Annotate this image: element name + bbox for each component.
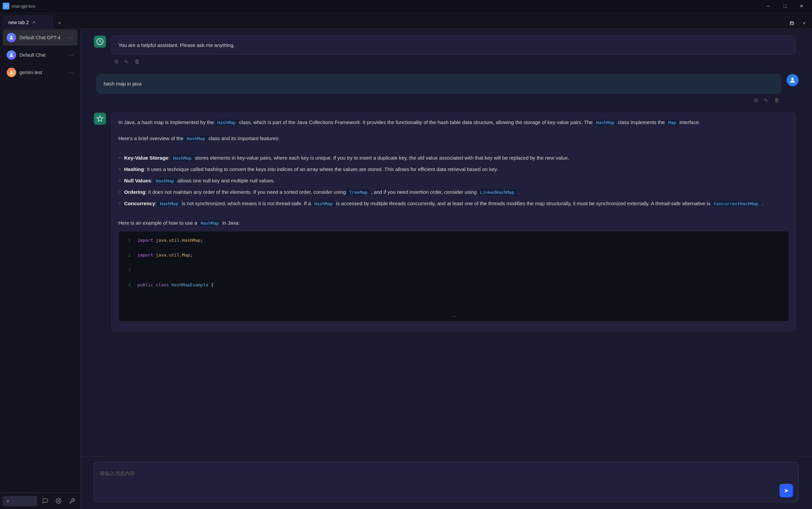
add-icon: + (7, 499, 9, 504)
sidebar-item-more-icon[interactable]: ⋯ (68, 69, 73, 76)
system-message-content: You are a helpful assistant. Please ask … (111, 36, 796, 66)
linkedhashmap-code: LinkedHashMap (478, 190, 516, 195)
gpt-avatar-2 (94, 113, 106, 125)
add-chat-button[interactable]: + (3, 496, 37, 506)
tabbar-right-controls: ▾ (786, 18, 809, 29)
bullet-2: ○ (118, 166, 121, 172)
chat-area: You are a helpful assistant. Please ask … (80, 29, 812, 509)
assistant-message-content: In Java, a hash map is implemented by th… (111, 113, 796, 331)
close-button[interactable]: ✕ (794, 0, 809, 12)
sidebar-item-default-chat-gpt4[interactable]: Default Chat GPT-4 ⋯ (3, 30, 77, 45)
system-message-bubble: You are a helpful assistant. Please ask … (111, 36, 796, 55)
sidebar-bottom: + (0, 493, 80, 509)
edit-icon[interactable]: ✎ (762, 96, 770, 105)
concurrenthashmap-code: ConcurrentHashMap (712, 201, 761, 207)
app-title: chat-gpt-box (11, 4, 761, 9)
feature-text-5: Concurrency: HashMap is not synchronized… (124, 200, 763, 208)
avatar-default-chat-gpt4 (7, 33, 16, 42)
new-tab-button[interactable]: + (54, 18, 65, 29)
feature-text-1: Key-Value Storage: HashMap stores elemen… (124, 154, 569, 162)
user-avatar (786, 74, 799, 86)
sidebar-item-default-chat[interactable]: Default Chat ⋯ (3, 47, 77, 63)
save-icon[interactable] (786, 18, 797, 29)
hashmap-kv: HashMap (171, 155, 193, 161)
delete-icon[interactable]: 🗑 (772, 96, 781, 105)
copy-icon[interactable]: ⧉ (113, 58, 120, 66)
gpt-avatar (94, 36, 106, 47)
sidebar-item-more-icon[interactable]: ⋯ (68, 35, 73, 41)
sidebar-item-label: Default Chat (20, 52, 65, 58)
hashmap-code-1: HashMap (215, 120, 238, 126)
treemap-code: TreeMap (347, 190, 370, 195)
sidebar-item-gemini-test[interactable]: gemini test ⋯ (3, 64, 77, 80)
code-pre: 1import java.util.HashMap; 2import java.… (119, 231, 788, 309)
feature-concurrency: ○ Concurrency: HashMap is not synchroniz… (118, 200, 789, 208)
line-content-1: import java.util.HashMap; (137, 237, 783, 244)
code-line-1: 1import java.util.HashMap; (124, 237, 783, 244)
feature-ordering: ○ Ordering: It does not maintain any ord… (118, 188, 789, 196)
titlebar: G chat-gpt-box ─ □ ✕ (0, 0, 812, 12)
tab-new-tab-2[interactable]: new tab 2 ✕ (3, 16, 53, 29)
settings-icon[interactable] (53, 496, 64, 506)
hashmap-conc-2: HashMap (312, 201, 334, 207)
bullet-5: ○ (118, 200, 121, 207)
line-num-1: 1 (124, 237, 131, 244)
send-button[interactable]: ➤ (779, 484, 793, 497)
system-message-text: You are a helpful assistant. Please ask … (118, 42, 235, 48)
avatar-default-chat (7, 50, 16, 60)
sidebar: Default Chat GPT-4 ⋯ Default Chat ⋯ gemi… (0, 29, 80, 509)
code-line-3: 3 (124, 266, 783, 274)
sidebar-item-label: gemini test (20, 70, 65, 75)
hashmap-null: HashMap (154, 178, 176, 184)
dropdown-icon[interactable]: ▾ (799, 18, 809, 29)
response-overview: Here's a brief overview of the HashMap c… (118, 134, 789, 142)
line-content-4: public class HashMapExample { (137, 281, 783, 289)
code-line-2: 2import java.util.Map; (124, 251, 783, 259)
hashmap-example: HashMap (199, 220, 221, 226)
app-icon: G (3, 3, 9, 9)
minimize-button[interactable]: ─ (761, 0, 776, 12)
chat-input-area: ➤ (80, 456, 812, 509)
feature-text-4: Ordering: It does not maintain any order… (124, 188, 519, 196)
tabbar: new tab 2 ✕ + ▾ (0, 12, 812, 29)
feature-hashing: ○ Hashing: It uses a technique called ha… (118, 165, 789, 173)
svg-point-3 (10, 53, 12, 55)
code-block: 1import java.util.HashMap; 2import java.… (118, 231, 789, 321)
user-message-content: hash map in java ⧉ ✎ 🗑 (97, 74, 781, 105)
line-num-3: 3 (124, 266, 131, 274)
sidebar-item-label: Default Chat GPT-4 (20, 35, 65, 40)
line-num-2: 2 (124, 251, 131, 259)
user-message-text: hash map in java (104, 81, 141, 87)
delete-icon[interactable]: 🗑 (133, 58, 141, 66)
svg-marker-7 (97, 116, 103, 122)
svg-point-4 (10, 71, 12, 72)
line-num-4: 4 (124, 281, 131, 289)
feature-key-value: ○ Key-Value Storage: HashMap stores elem… (118, 154, 789, 162)
hashmap-code-2: HashMap (594, 120, 616, 126)
line-content-2: import java.util.Map; (137, 251, 783, 259)
chat-input[interactable] (100, 470, 775, 497)
svg-point-2 (10, 36, 12, 38)
chat-history-icon[interactable] (40, 496, 50, 506)
window-controls: ─ □ ✕ (761, 0, 809, 12)
main-layout: Default Chat GPT-4 ⋯ Default Chat ⋯ gemi… (0, 29, 812, 509)
edit-icon[interactable]: ✎ (122, 58, 130, 66)
hashmap-code-3: HashMap (185, 136, 207, 141)
user-message-actions: ⧉ ✎ 🗑 (97, 96, 781, 105)
feature-text-3: Null Values: HashMap allows one null key… (124, 177, 275, 185)
svg-point-5 (58, 500, 60, 502)
line-content-3 (137, 266, 783, 274)
tab-close-button[interactable]: ✕ (32, 20, 37, 25)
system-message-actions: ⧉ ✎ 🗑 (111, 58, 796, 66)
user-message-block: hash map in java ⧉ ✎ 🗑 (94, 74, 799, 105)
tools-icon[interactable] (67, 496, 77, 506)
feature-null-values: ○ Null Values: HashMap allows one null k… (118, 177, 789, 185)
system-message-block: You are a helpful assistant. Please ask … (94, 36, 799, 66)
example-intro: Here is an example of how to use a HashM… (118, 219, 789, 227)
chat-messages: You are a helpful assistant. Please ask … (80, 29, 812, 456)
sidebar-item-more-icon[interactable]: ⋯ (68, 52, 73, 58)
code-line-4: 4public class HashMapExample { (124, 281, 783, 289)
bullet-3: ○ (118, 177, 121, 184)
maximize-button[interactable]: □ (777, 0, 792, 12)
copy-icon[interactable]: ⧉ (752, 96, 760, 105)
